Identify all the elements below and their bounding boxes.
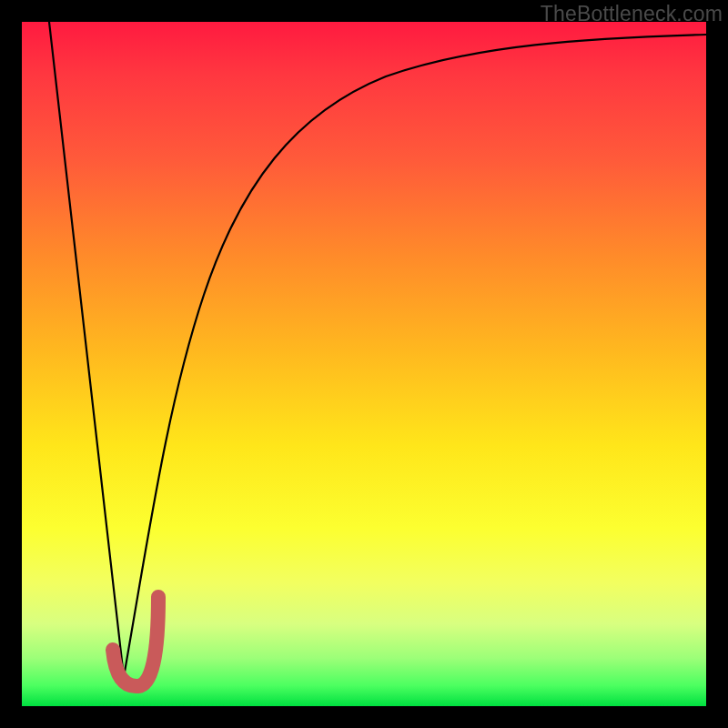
plot-area (22, 22, 706, 706)
bottleneck-curve-right-leg (124, 35, 706, 677)
watermark-text: TheBottleneck.com (541, 2, 723, 26)
chart-frame: TheBottleneck.com (0, 0, 728, 728)
bottleneck-curve-left-leg (49, 22, 124, 677)
curve-layer (22, 22, 706, 706)
